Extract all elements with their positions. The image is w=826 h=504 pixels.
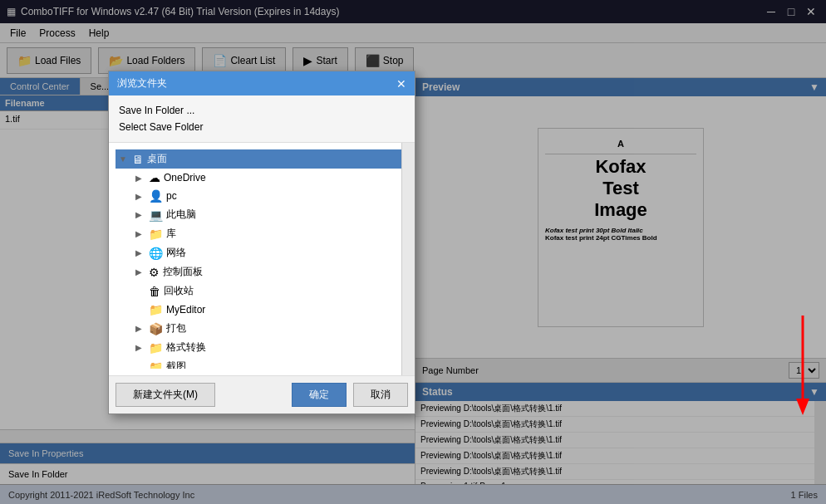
tree-item-pc[interactable]: ▶ 👤 pc — [132, 187, 408, 205]
expand-icon: ▶ — [135, 174, 145, 183]
format-icon: 📁 — [149, 341, 163, 355]
package-icon: 📦 — [149, 322, 163, 335]
dialog-menu: Save In Folder ... Select Save Folder — [109, 95, 415, 143]
tree-item-library[interactable]: ▶ 📁 库 — [132, 224, 408, 243]
tree-label: pc — [166, 190, 177, 202]
cancel-button[interactable]: 取消 — [353, 383, 408, 407]
pc-icon: 👤 — [149, 189, 163, 203]
screenshot-icon: 📁 — [149, 360, 163, 369]
tree-item-desktop[interactable]: ▼ 🖥 桌面 — [116, 149, 408, 169]
dialog-titlebar: 浏览文件夹 ✕ — [109, 71, 415, 95]
expand-icon: ▶ — [135, 192, 145, 201]
tree-children: ▶ ☁ OneDrive ▶ 👤 pc ▶ 💻 此电脑 — [116, 169, 408, 369]
tree-label: 此电脑 — [166, 208, 196, 222]
expand-icon: ▶ — [135, 343, 145, 352]
dialog-menu-save-in-folder[interactable]: Save In Folder ... — [119, 102, 405, 119]
thispc-icon: 💻 — [149, 208, 163, 222]
myeditor-icon: 📁 — [149, 303, 163, 316]
dialog-action-buttons: 确定 取消 — [292, 383, 408, 407]
tree-label: 库 — [166, 227, 176, 241]
expand-icon: ▼ — [119, 154, 129, 164]
dialog-overlay: 浏览文件夹 ✕ Save In Folder ... Select Save F… — [0, 0, 826, 504]
dialog-title-text: 浏览文件夹 — [117, 76, 167, 91]
dialog-scrollbar[interactable] — [401, 143, 415, 375]
ok-button[interactable]: 确定 — [292, 383, 347, 407]
expand-icon: ▶ — [135, 267, 145, 276]
dialog-menu-select-save-folder[interactable]: Select Save Folder — [119, 119, 405, 135]
expand-icon: ▶ — [135, 229, 145, 238]
tree-label: MyEditor — [166, 304, 205, 316]
tree-label: 回收站 — [164, 284, 194, 298]
folder-icon: 🖥 — [132, 153, 144, 166]
expand-icon: ▶ — [135, 210, 145, 219]
new-folder-button[interactable]: 新建文件夹(M) — [116, 383, 215, 407]
tree-item-onedrive[interactable]: ▶ ☁ OneDrive — [132, 169, 408, 187]
tree-item-thispc[interactable]: ▶ 💻 此电脑 — [132, 205, 408, 224]
tree-item-recycle[interactable]: 🗑 回收站 — [132, 281, 408, 301]
network-icon: 🌐 — [149, 247, 163, 260]
recycle-icon: 🗑 — [149, 285, 160, 298]
dialog-close-button[interactable]: ✕ — [396, 77, 406, 91]
tree-label: 截图 — [166, 360, 186, 369]
expand-icon: ▶ — [135, 324, 145, 333]
tree-item-package[interactable]: ▶ 📦 打包 — [132, 319, 408, 338]
tree-label: 打包 — [166, 321, 186, 335]
dialog-body: ▼ 🖥 桌面 ▶ ☁ OneDrive ▶ 👤 pc — [109, 143, 415, 375]
tree-label: 桌面 — [147, 152, 167, 166]
onedrive-icon: ☁ — [149, 171, 160, 184]
expand-icon: ▶ — [135, 248, 145, 257]
tree-item-controlpanel[interactable]: ▶ ⚙ 控制面板 — [132, 262, 408, 281]
dialog-footer: 新建文件夹(M) 确定 取消 — [109, 375, 415, 413]
library-icon: 📁 — [149, 228, 163, 241]
tree-label: 控制面板 — [163, 265, 203, 279]
tree-item-myeditor[interactable]: 📁 MyEditor — [132, 301, 408, 319]
tree-label: 网络 — [166, 246, 186, 260]
folder-tree: ▼ 🖥 桌面 ▶ ☁ OneDrive ▶ 👤 pc — [116, 149, 408, 369]
browse-folder-dialog: 浏览文件夹 ✕ Save In Folder ... Select Save F… — [108, 71, 415, 414]
controlpanel-icon: ⚙ — [149, 266, 160, 279]
tree-item-network[interactable]: ▶ 🌐 网络 — [132, 243, 408, 262]
tree-label: 格式转换 — [166, 340, 206, 355]
tree-item-screenshot[interactable]: 📁 截图 — [132, 357, 408, 369]
tree-label: OneDrive — [164, 172, 206, 183]
tree-item-format[interactable]: ▶ 📁 格式转换 — [132, 338, 408, 357]
